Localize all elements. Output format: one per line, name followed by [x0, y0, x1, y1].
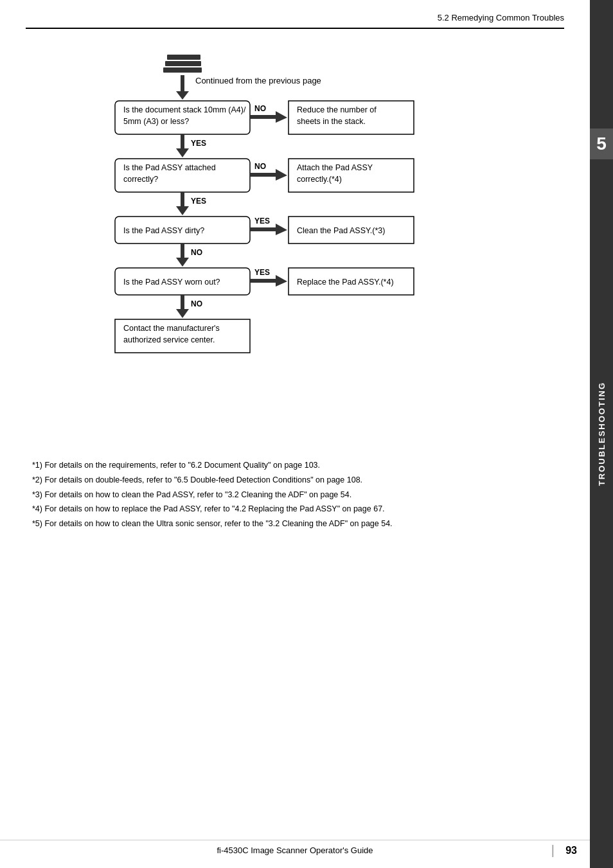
notes-section: *1) For details on the requirements, ref…: [26, 459, 564, 530]
svg-text:Continued from the previous pa: Continued from the previous page: [195, 76, 321, 85]
svg-marker-33: [176, 258, 189, 267]
svg-text:NO: NO: [254, 162, 266, 171]
svg-text:sheets in the stack.: sheets in the stack.: [297, 117, 366, 126]
svg-rect-21: [181, 192, 184, 206]
note-5: *5) For details on how to clean the Ultr…: [32, 518, 564, 530]
footer-divider: |: [551, 843, 555, 858]
svg-marker-10: [176, 148, 189, 157]
svg-rect-35: [250, 227, 276, 231]
svg-text:Reduce the number of: Reduce the number of: [297, 105, 377, 114]
svg-text:YES: YES: [191, 197, 206, 206]
chapter-label: TROUBLESHOOTING: [597, 382, 607, 486]
svg-rect-12: [250, 115, 276, 119]
svg-text:Attach the Pad ASSY: Attach the Pad ASSY: [297, 163, 373, 172]
svg-rect-45: [250, 279, 276, 283]
svg-text:NO: NO: [191, 299, 202, 308]
svg-text:5mm (A3) or less?: 5mm (A3) or less?: [123, 117, 189, 126]
svg-text:NO: NO: [191, 248, 202, 257]
svg-text:correctly?: correctly?: [123, 175, 158, 184]
svg-marker-43: [176, 309, 189, 318]
svg-rect-9: [181, 134, 184, 148]
svg-text:Replace the Pad ASSY.(*4): Replace the Pad ASSY.(*4): [297, 278, 394, 287]
page-footer: fi-4530C Image Scanner Operator's Guide …: [0, 840, 590, 855]
svg-text:NO: NO: [254, 104, 266, 113]
svg-rect-24: [250, 173, 276, 177]
svg-text:YES: YES: [254, 217, 270, 226]
svg-text:Clean the Pad ASSY.(*3): Clean the Pad ASSY.(*3): [297, 226, 385, 235]
svg-marker-46: [276, 275, 287, 287]
note-4: *4) For details on how to replace the Pa…: [32, 503, 564, 515]
svg-rect-2: [167, 55, 200, 60]
svg-rect-3: [181, 75, 184, 91]
footer-title: fi-4530C Image Scanner Operator's Guide: [0, 846, 590, 855]
footer-page: 93: [565, 845, 577, 856]
svg-text:Is the Pad ASSY dirty?: Is the Pad ASSY dirty?: [123, 226, 204, 235]
flowchart-diagram: Continued from the previous page Is the …: [51, 48, 539, 447]
svg-rect-0: [163, 67, 202, 73]
svg-marker-25: [276, 169, 287, 181]
svg-text:Is the Pad ASSY attached: Is the Pad ASSY attached: [123, 163, 216, 172]
note-3: *3) For details on how to clean the Pad …: [32, 489, 564, 501]
svg-marker-4: [176, 91, 189, 100]
svg-marker-36: [276, 224, 287, 235]
header-title: 5.2 Remedying Common Troubles: [438, 13, 564, 22]
svg-text:Is the Pad ASSY worn out?: Is the Pad ASSY worn out?: [123, 278, 220, 287]
page-header: 5.2 Remedying Common Troubles: [26, 13, 564, 29]
svg-rect-42: [181, 295, 184, 309]
svg-text:YES: YES: [254, 268, 270, 277]
svg-rect-32: [181, 244, 184, 258]
svg-text:Contact the manufacturer's: Contact the manufacturer's: [123, 324, 220, 333]
svg-text:YES: YES: [191, 139, 206, 148]
svg-text:correctly.(*4): correctly.(*4): [297, 175, 342, 184]
note-1: *1) For details on the requirements, ref…: [32, 459, 564, 472]
svg-text:Is the document stack 10mm (A4: Is the document stack 10mm (A4)/: [123, 105, 246, 114]
side-tab: 5 TROUBLESHOOTING: [590, 0, 613, 868]
svg-marker-22: [176, 206, 189, 215]
svg-text:authorized service center.: authorized service center.: [123, 335, 215, 344]
svg-marker-13: [276, 111, 287, 123]
svg-rect-1: [165, 61, 201, 66]
note-2: *2) For details on double-feeds, refer t…: [32, 474, 564, 486]
chapter-number: 5: [590, 128, 613, 159]
